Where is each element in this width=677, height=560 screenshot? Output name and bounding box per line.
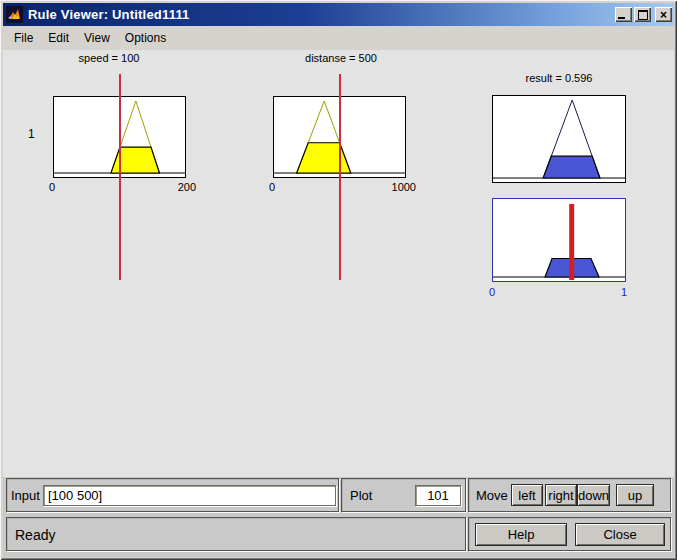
window-title: Rule Viewer: Untitled1111 [28,7,190,22]
move-panel: Move left right down up [468,478,671,512]
status-text: Ready [15,527,55,543]
minimize-icon [618,17,625,19]
menu-options[interactable]: Options [119,28,175,48]
plot-label: Plot [350,488,372,503]
plot-points-field[interactable] [415,485,461,506]
move-label: Move [476,488,508,503]
distanse-tick-max: 1000 [392,181,416,193]
speed-input-line[interactable] [119,74,121,280]
maximize-button[interactable] [634,7,651,22]
result-tick-min: 0 [489,286,495,298]
menu-file[interactable]: File [8,28,42,48]
input-panel: Input [6,478,339,512]
status-panel: Ready [6,517,466,551]
result-title: result = 0.596 [526,72,593,84]
move-right-button[interactable]: right [545,484,577,506]
move-down-button[interactable]: down [577,484,610,506]
speed-tick-min: 0 [49,181,55,193]
input-field[interactable] [43,485,336,506]
minimize-button[interactable] [615,7,632,22]
input2-title: distanse = 500 [305,52,377,64]
control-strip: Input Plot Move left right down up Ready… [3,477,674,557]
rule-viewer-window: Rule Viewer: Untitled1111 × File Edit Vi… [0,0,677,560]
close-button[interactable]: Close [575,523,665,546]
plot-result-mf [492,95,626,183]
close-icon: × [660,8,667,22]
menu-bar: File Edit View Options [3,26,674,50]
plot-result-aggregate [492,198,626,282]
move-up-button[interactable]: up [616,484,654,506]
move-left-button[interactable]: left [511,484,543,506]
input1-title: speed = 100 [79,52,140,64]
matlab-icon [6,6,23,23]
distanse-input-line[interactable] [339,74,341,280]
maximize-icon [638,10,648,20]
result-mf-chart [493,96,625,182]
help-close-panel: Help Close [468,517,671,551]
rule-number: 1 [28,127,35,141]
input-label: Input [11,488,40,503]
title-bar[interactable]: Rule Viewer: Untitled1111 × [3,3,674,26]
menu-edit[interactable]: Edit [42,28,78,48]
distanse-tick-min: 0 [269,181,275,193]
help-button[interactable]: Help [475,523,567,546]
speed-tick-max: 200 [178,181,196,193]
rule-plots-canvas: speed = 100 distanse = 500 result = 0.59… [3,50,674,477]
result-aggregate-chart [493,199,625,281]
result-tick-max: 1 [621,286,627,298]
plot-panel: Plot [341,478,466,512]
menu-view[interactable]: View [78,28,119,48]
close-window-button[interactable]: × [655,7,672,22]
